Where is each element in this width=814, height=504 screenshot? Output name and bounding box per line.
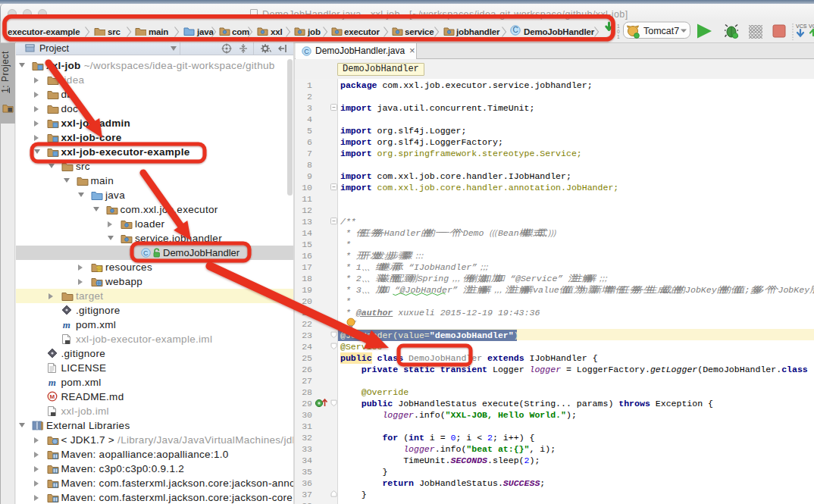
svg-text:0: 0 bbox=[617, 29, 620, 34]
svg-text:1: 1 bbox=[617, 23, 620, 29]
svg-text:Tomcat7: Tomcat7 bbox=[643, 26, 679, 36]
svg-text:VCS: VCS bbox=[796, 23, 807, 29]
svg-text:VCS: VCS bbox=[809, 23, 814, 29]
svg-text:1: 1 bbox=[617, 34, 620, 39]
